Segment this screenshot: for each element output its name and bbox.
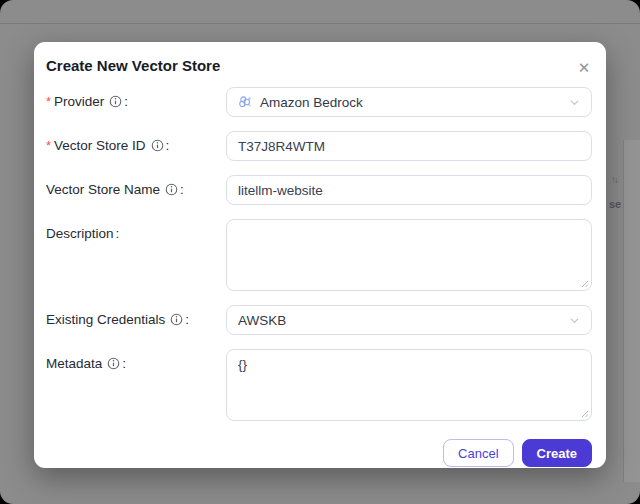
background-partial-text: se — [609, 198, 621, 210]
sort-arrows-icon: ↑↓ — [611, 174, 617, 185]
existing-credentials-select[interactable]: AWSKB — [226, 305, 592, 335]
form-row-description: Description: — [46, 219, 592, 291]
vector-store-form: *Provider: Amazon Bedrock *Vector Store … — [46, 87, 592, 467]
existing-credentials-label: Existing Credentials: — [46, 305, 226, 335]
form-row-metadata: Metadata: {} — [46, 349, 592, 421]
resize-handle-icon[interactable] — [579, 278, 589, 288]
form-row-vector-store-name: Vector Store Name: — [46, 175, 592, 205]
chevron-down-icon — [569, 315, 580, 326]
background-header-divider — [0, 23, 640, 24]
resize-handle-icon[interactable] — [579, 408, 589, 418]
existing-credentials-selected-value: AWSKB — [238, 313, 286, 328]
info-icon[interactable] — [107, 357, 120, 373]
create-vector-store-modal: Create New Vector Store ✕ *Provider: Ama… — [34, 42, 606, 468]
cancel-button[interactable]: Cancel — [443, 439, 513, 467]
chevron-down-icon — [569, 97, 580, 108]
vector-store-name-input[interactable] — [226, 175, 592, 205]
description-label: Description: — [46, 219, 226, 291]
vector-store-id-label: *Vector Store ID: — [46, 131, 226, 161]
vector-store-id-input[interactable] — [226, 131, 592, 161]
close-icon[interactable]: ✕ — [573, 57, 595, 79]
form-row-vector-store-id: *Vector Store ID: — [46, 131, 592, 161]
info-icon[interactable] — [165, 183, 178, 199]
page-behind-overlay: ↑↓ se Create New Vector Store ✕ *Provide… — [0, 0, 640, 504]
metadata-textarea[interactable]: {} — [226, 349, 592, 421]
form-row-existing-credentials: Existing Credentials: AWSKB — [46, 305, 592, 335]
background-table-border — [623, 140, 624, 482]
info-icon[interactable] — [109, 95, 122, 111]
create-button[interactable]: Create — [522, 439, 592, 467]
amazon-bedrock-icon — [238, 95, 252, 109]
modal-header: Create New Vector Store ✕ — [46, 51, 592, 79]
provider-label: *Provider: — [46, 87, 226, 117]
background-table-edge — [624, 140, 640, 482]
info-icon[interactable] — [151, 139, 164, 155]
vector-store-name-label: Vector Store Name: — [46, 175, 226, 205]
form-row-provider: *Provider: Amazon Bedrock — [46, 87, 592, 117]
modal-footer: Cancel Create — [46, 439, 592, 467]
description-textarea[interactable] — [226, 219, 592, 291]
info-icon[interactable] — [170, 313, 183, 329]
required-marker: * — [46, 94, 51, 109]
metadata-label: Metadata: — [46, 349, 226, 421]
modal-title: Create New Vector Store — [46, 51, 592, 74]
required-marker: * — [46, 138, 51, 153]
provider-selected-value: Amazon Bedrock — [260, 95, 363, 110]
provider-select[interactable]: Amazon Bedrock — [226, 87, 592, 117]
